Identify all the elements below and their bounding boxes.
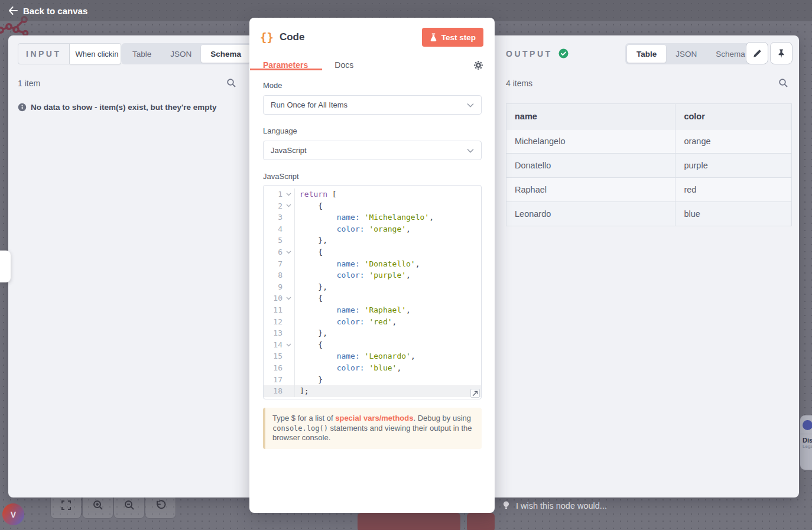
- code-line[interactable]: 9 },: [264, 281, 481, 293]
- code-line-text: {: [294, 246, 323, 258]
- line-number: 13: [264, 327, 282, 339]
- output-edit-button[interactable]: [746, 42, 768, 64]
- fold-chevron-icon[interactable]: [282, 246, 294, 258]
- fold-gutter: [282, 316, 294, 328]
- code-line[interactable]: 13 },: [264, 327, 481, 339]
- code-line[interactable]: 18];: [264, 385, 481, 397]
- code-line-text: name: 'Leonardo',: [294, 350, 415, 362]
- code-line[interactable]: 10 {: [264, 292, 481, 304]
- output-pin-button[interactable]: [770, 42, 792, 64]
- fold-chevron-icon[interactable]: [282, 292, 294, 304]
- gear-icon[interactable]: [473, 60, 483, 70]
- tab-docs[interactable]: Docs: [334, 60, 353, 70]
- output-table-body: MichelangeloorangeDonatellopurpleRaphael…: [506, 129, 792, 226]
- line-number: 15: [264, 350, 282, 362]
- input-panel-drag-handle[interactable]: [0, 251, 11, 282]
- code-line[interactable]: 8 color: 'purple',: [264, 269, 481, 281]
- line-number: 5: [264, 235, 282, 246]
- code-line[interactable]: 4 color: 'orange',: [264, 223, 481, 235]
- code-line-text: {: [294, 200, 323, 212]
- test-step-label: Test step: [441, 33, 476, 42]
- code-node-icon: {}: [260, 31, 274, 44]
- editor-hint-callout: Type $ for a list of special vars/method…: [263, 408, 482, 449]
- code-line[interactable]: 6 {: [264, 246, 481, 258]
- code-line-text: color: 'blue',: [294, 362, 401, 374]
- code-line-text: name: 'Raphael',: [294, 304, 411, 316]
- code-line-text: },: [294, 235, 327, 246]
- test-step-button[interactable]: Test step: [422, 28, 483, 47]
- table-row[interactable]: Leonardoblue: [506, 202, 792, 226]
- line-number: 16: [264, 362, 282, 374]
- table-cell: Leonardo: [506, 202, 675, 226]
- input-empty-message-row: No data to show - item(s) exist, but the…: [18, 103, 217, 112]
- code-line[interactable]: 14 {: [264, 339, 481, 351]
- table-row[interactable]: Donatellopurple: [506, 154, 792, 178]
- code-line-text: ];: [294, 385, 309, 397]
- magnifier-plus-icon: [92, 499, 104, 511]
- code-line[interactable]: 17 }: [264, 374, 481, 386]
- code-line[interactable]: 5 },: [264, 235, 481, 246]
- table-row[interactable]: Michelangeloorange: [506, 129, 792, 154]
- avatar-initial: V: [11, 510, 16, 519]
- code-line-text: name: 'Michelangelo',: [294, 212, 434, 223]
- mode-field-label: Mode: [263, 81, 482, 90]
- fold-gutter: [282, 327, 294, 339]
- code-line-text: name: 'Donatello',: [294, 258, 420, 270]
- output-table-header-row: namecolor: [506, 104, 792, 129]
- code-line[interactable]: 7 name: 'Donatello',: [264, 258, 481, 270]
- code-line[interactable]: 12 color: 'red',: [264, 316, 481, 328]
- flask-icon: [430, 33, 437, 42]
- node-title[interactable]: Code: [280, 31, 422, 43]
- code-line-text: },: [294, 281, 327, 293]
- code-line[interactable]: 16 color: 'blue',: [264, 362, 481, 374]
- node-feedback-prompt[interactable]: I wish this node would...: [502, 500, 607, 511]
- code-line[interactable]: 2 {: [264, 200, 481, 212]
- hint-middle: . Debug by using: [413, 414, 471, 422]
- fold-gutter: [282, 269, 294, 281]
- mode-select[interactable]: Run Once for All Items: [263, 95, 482, 115]
- table-row[interactable]: Raphaelred: [506, 178, 792, 202]
- code-line-text: color: 'orange',: [294, 223, 411, 235]
- fold-gutter: [282, 212, 294, 223]
- fold-gutter: [282, 362, 294, 374]
- output-search-button[interactable]: [778, 78, 788, 88]
- input-search-button[interactable]: [226, 78, 236, 88]
- output-tab-json[interactable]: JSON: [666, 45, 706, 63]
- rotate-left-icon: [155, 499, 167, 511]
- code-line-text: color: 'purple',: [294, 269, 411, 281]
- code-line-text: },: [294, 327, 327, 339]
- editor-resize-handle[interactable]: [470, 389, 480, 398]
- output-tab-table[interactable]: Table: [627, 45, 666, 63]
- input-source-combo: INPUT When clickin: [18, 43, 121, 64]
- hint-prefix: Type $ for a list of: [272, 414, 335, 422]
- code-line[interactable]: 11 name: 'Raphael',: [264, 304, 481, 316]
- fold-chevron-icon[interactable]: [282, 188, 294, 200]
- magnifier-minus-icon: [124, 499, 135, 511]
- code-line[interactable]: 1return [: [264, 188, 481, 200]
- table-cell: red: [675, 178, 792, 202]
- language-select[interactable]: JavaScript: [263, 141, 482, 160]
- input-items-count: 1 item: [18, 79, 40, 88]
- special-vars-link[interactable]: special vars/methods: [335, 414, 413, 422]
- input-tab-json[interactable]: JSON: [161, 45, 201, 63]
- code-editor[interactable]: 1return [2 {3 name: 'Michelangelo',4 col…: [263, 185, 482, 399]
- fold-chevron-icon[interactable]: [282, 339, 294, 351]
- input-source-node-button[interactable]: When clickin: [70, 43, 121, 64]
- input-tab-table[interactable]: Table: [123, 45, 161, 63]
- arrow-left-icon: [8, 6, 18, 15]
- user-avatar[interactable]: V: [2, 503, 24, 525]
- line-number: 7: [264, 258, 282, 270]
- output-column-header-name: name: [506, 104, 675, 129]
- input-tab-schema[interactable]: Schema: [201, 45, 251, 63]
- input-panel-label-box: INPUT: [18, 43, 70, 64]
- fold-chevron-icon[interactable]: [282, 200, 294, 212]
- code-line-text: {: [294, 292, 323, 304]
- dimmed-canvas-button-wide: [358, 513, 460, 530]
- partial-node-icon: [803, 420, 812, 430]
- table-cell: purple: [675, 154, 792, 178]
- code-line[interactable]: 3 name: 'Michelangelo',: [264, 212, 481, 223]
- back-to-canvas-button[interactable]: Back to canvas: [8, 6, 87, 16]
- fold-gutter: [282, 304, 294, 316]
- partial-node-title: Dis: [800, 437, 812, 444]
- code-line[interactable]: 15 name: 'Leonardo',: [264, 350, 481, 362]
